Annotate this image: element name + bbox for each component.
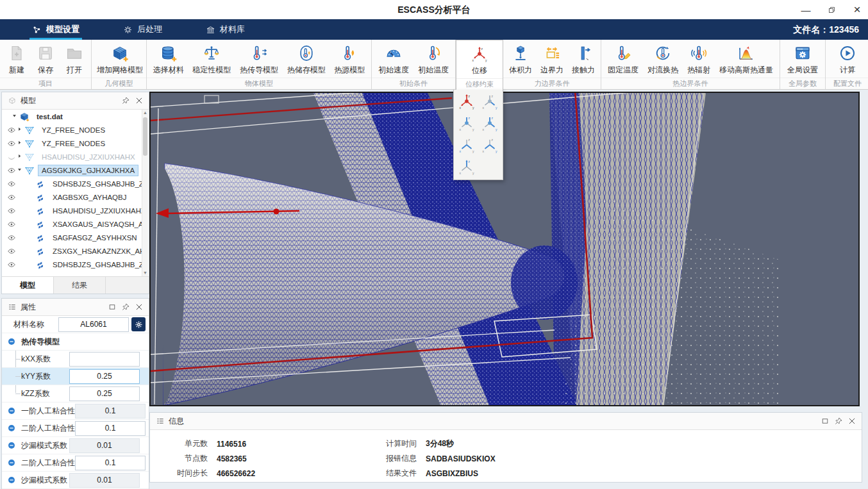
tab-material-library[interactable]: 材料库 [197, 19, 254, 40]
second-order-viscosity-input[interactable] [75, 421, 146, 436]
caret-right-icon[interactable] [16, 140, 22, 147]
initial-velocity-button[interactable]: 初始速度 [374, 42, 413, 77]
contact-force-button[interactable]: 接触力 [568, 42, 599, 77]
eye-icon[interactable] [7, 179, 16, 188]
triad-xy-blue-option[interactable]: zxy [455, 136, 478, 154]
eye-icon[interactable] [7, 220, 16, 229]
tab-postprocess[interactable]: 后处理 [114, 19, 171, 40]
kzz-input[interactable] [69, 386, 140, 401]
open-button[interactable]: 打开 [61, 42, 88, 77]
ribbon-group-project: 新建 保存 打开 项目 [0, 40, 92, 89]
collapse-minus-icon[interactable] [7, 424, 16, 433]
initial-temperature-button[interactable]: 初始温度 [414, 42, 453, 77]
tab-results[interactable]: 结果 [54, 277, 106, 294]
second-order-viscosity-input-2[interactable] [75, 456, 146, 470]
kxx-input[interactable] [69, 352, 140, 367]
caret-right-icon[interactable] [16, 126, 22, 133]
first-order-viscosity-input[interactable] [75, 404, 146, 419]
tree-item[interactable]: SDHSBJZS_GHSABJHB_ZAHU [2, 258, 142, 271]
viewport-3d[interactable] [149, 92, 860, 406]
boundary-force-button[interactable]: 边界力 [537, 42, 567, 77]
new-button[interactable]: 新建 [3, 42, 30, 77]
heat-conduction-button[interactable]: 热传导模型 [236, 42, 282, 77]
scroll-down-arrow[interactable]: ▼ [142, 270, 148, 276]
triad-xy-blue-option-2[interactable]: zxy [478, 136, 501, 154]
scroll-thumb[interactable] [143, 117, 147, 156]
close-icon[interactable] [134, 303, 144, 312]
caret-down-icon[interactable] [16, 167, 22, 174]
collapse-minus-icon[interactable] [7, 476, 16, 485]
stability-model-button[interactable]: 稳定性模型 [188, 42, 235, 77]
tree-item[interactable]: HSAUHDISU_JZXIUXHAHX [2, 204, 142, 217]
kyy-input[interactable] [69, 369, 140, 384]
restore-panel-icon[interactable] [107, 303, 117, 312]
material-gear-button[interactable] [131, 317, 146, 331]
save-button[interactable]: 保存 [32, 42, 59, 77]
eye-icon[interactable] [7, 260, 16, 269]
tree-item[interactable]: SDHSBJZS_GHSABJHB_ZAHU [2, 177, 142, 190]
collapse-minus-icon[interactable] [7, 458, 16, 467]
fixed-temperature-button[interactable]: 固定温度 [604, 42, 642, 77]
triad-z-blue-option[interactable]: zxy [455, 158, 478, 176]
eye-icon[interactable] [7, 126, 16, 135]
tab-model-setup[interactable]: 模型设置 [23, 19, 88, 40]
tree-item[interactable]: YZ_FREE_NODES [2, 137, 142, 150]
close-button[interactable]: × [851, 4, 863, 15]
compute-button[interactable]: 计算 [834, 42, 861, 77]
eye-icon[interactable] [7, 139, 16, 148]
tree-item-selected[interactable]: AGSGKJKG_GJHXAJKHXA [2, 163, 142, 177]
tree-root[interactable]: test.dat [2, 110, 142, 123]
displacement-button[interactable]: 位移 [466, 43, 493, 78]
heat-conduction-section[interactable]: 热传导模型 [2, 333, 149, 351]
tree-item[interactable]: XAGBSXG_AYHAQBJ [2, 190, 142, 204]
triad-xyz-red-option[interactable] [455, 92, 478, 110]
tab-model[interactable]: 模型 [2, 277, 54, 294]
eye-icon[interactable] [7, 166, 16, 175]
mesh-group-icon [24, 125, 35, 135]
material-name-input[interactable] [58, 317, 129, 332]
add-mesh-model-button[interactable]: 增加网格模型 [93, 42, 147, 77]
select-material-button[interactable]: 选择材料 [149, 42, 188, 77]
ribbon-group-config: 计算 配置文件 [826, 40, 868, 89]
tree-item[interactable]: SAGFASGZ_ASYHHXSN [2, 231, 142, 244]
caret-down-icon[interactable] [11, 113, 17, 120]
global-settings-button[interactable]: 全局设置 [783, 42, 822, 77]
triad-z-center-blue-option[interactable]: zxy [455, 114, 478, 132]
button-label: 固定温度 [608, 65, 638, 76]
eye-icon[interactable] [7, 247, 16, 256]
eye-icon[interactable] [7, 193, 16, 202]
hourglass-coefficient-input[interactable] [69, 438, 140, 453]
restore-panel-icon[interactable] [820, 417, 830, 426]
convection-button[interactable]: 对流换热 [644, 42, 682, 77]
radiation-button[interactable]: 热辐射 [683, 42, 714, 77]
collapse-minus-icon[interactable] [7, 337, 16, 346]
eye-icon[interactable] [7, 233, 16, 242]
hourglass-coefficient-input-2[interactable] [69, 473, 140, 488]
close-icon[interactable] [134, 96, 144, 106]
info-panel-title: 信息 [169, 416, 184, 427]
svg-text:x: x [483, 128, 485, 131]
body-force-button[interactable]: 体积力 [505, 42, 536, 77]
scroll-up-arrow[interactable]: ▲ [142, 110, 148, 116]
tree-item[interactable]: ZSXGX_HSAKAZNZXK_AHASX [2, 244, 142, 258]
heat-storage-button[interactable]: 热储存模型 [283, 42, 330, 77]
collapse-minus-icon[interactable] [7, 406, 16, 415]
collapse-minus-icon[interactable] [7, 441, 16, 450]
gaussian-flux-button[interactable]: 移动高斯热通量 [715, 42, 777, 77]
close-icon[interactable] [847, 417, 856, 426]
eye-icon[interactable] [7, 206, 16, 215]
minimize-button[interactable]: — [800, 4, 812, 15]
caret-right-icon[interactable] [16, 153, 22, 160]
pin-icon[interactable] [833, 417, 843, 426]
restore-button[interactable] [826, 4, 837, 15]
tree-scrollbar[interactable]: ▲ ▼ [142, 110, 148, 276]
triad-zy-blue-option[interactable]: zxy [478, 114, 501, 132]
pin-icon[interactable] [121, 303, 130, 312]
tree-item[interactable]: HSAUHDISU_JZXIUXHAHX [2, 150, 142, 163]
triad-y-blue-option[interactable]: zxy [478, 92, 501, 110]
pin-icon[interactable] [121, 96, 130, 106]
eye-off-icon[interactable] [7, 153, 16, 162]
tree-item[interactable]: XSAXGAUS_AISYAQSH_ASHX [2, 217, 142, 231]
tree-item[interactable]: YZ_FREE_NODES [2, 123, 142, 137]
heat-source-button[interactable]: 热源模型 [330, 42, 369, 77]
